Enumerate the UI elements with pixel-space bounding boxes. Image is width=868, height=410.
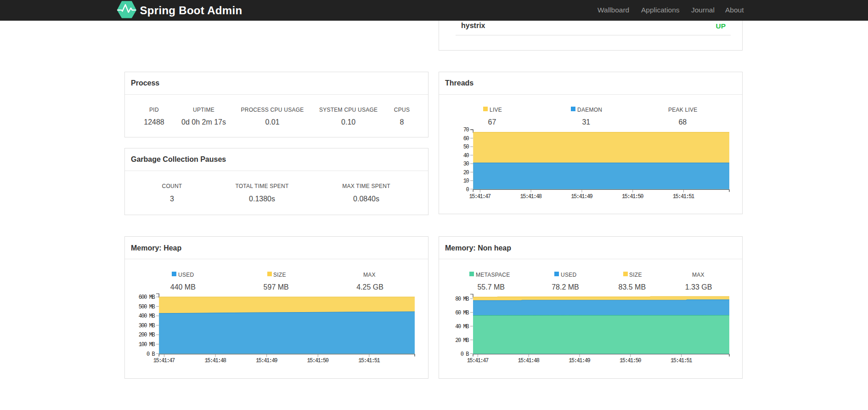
svg-text:15:41:48: 15:41:48 — [520, 194, 541, 200]
svg-text:20 MB: 20 MB — [455, 337, 469, 344]
svg-text:400 MB: 400 MB — [139, 313, 155, 319]
svg-text:60: 60 — [463, 136, 469, 142]
svg-text:200 MB: 200 MB — [139, 332, 155, 338]
svg-text:500 MB: 500 MB — [139, 304, 155, 310]
svg-text:60 MB: 60 MB — [455, 310, 469, 316]
svg-text:30: 30 — [463, 161, 469, 167]
svg-text:15:41:49: 15:41:49 — [569, 358, 590, 364]
svg-text:15:41:47: 15:41:47 — [467, 358, 489, 364]
svg-text:15:41:47: 15:41:47 — [469, 194, 491, 200]
svg-text:15:41:49: 15:41:49 — [571, 194, 592, 200]
svg-text:15:41:51: 15:41:51 — [671, 358, 692, 364]
svg-text:15:41:50: 15:41:50 — [307, 358, 329, 364]
svg-text:15:41:48: 15:41:48 — [518, 358, 539, 364]
svg-text:0 B: 0 B — [147, 351, 155, 358]
svg-text:70: 70 — [463, 127, 469, 133]
svg-text:15:41:50: 15:41:50 — [622, 194, 643, 200]
svg-text:80 MB: 80 MB — [455, 296, 469, 302]
svg-text:15:41:50: 15:41:50 — [620, 358, 641, 364]
svg-text:15:41:51: 15:41:51 — [358, 358, 380, 364]
svg-text:600 MB: 600 MB — [139, 294, 155, 301]
svg-text:50: 50 — [463, 144, 469, 150]
svg-text:40 MB: 40 MB — [455, 324, 469, 330]
svg-text:40: 40 — [463, 153, 469, 159]
svg-text:20: 20 — [463, 170, 469, 176]
svg-text:300 MB: 300 MB — [139, 323, 155, 329]
svg-text:15:41:51: 15:41:51 — [673, 194, 694, 200]
svg-text:100 MB: 100 MB — [139, 342, 155, 348]
svg-text:15:41:49: 15:41:49 — [256, 358, 277, 364]
svg-text:10: 10 — [463, 178, 469, 184]
svg-text:15:41:48: 15:41:48 — [204, 358, 226, 364]
svg-text:15:41:47: 15:41:47 — [153, 358, 175, 364]
svg-text:0 B: 0 B — [461, 351, 469, 358]
svg-text:0: 0 — [466, 187, 469, 193]
